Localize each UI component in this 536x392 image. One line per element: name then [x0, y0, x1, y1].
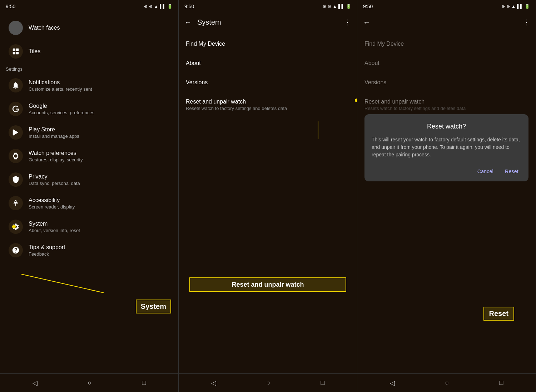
svg-rect-2 — [13, 52, 15, 54]
shield-icon — [12, 176, 20, 184]
status-time-3: 9:50 — [363, 4, 373, 9]
watch-pref-title: Watch preferences — [29, 150, 170, 156]
panel-2: 9:50 ⊕ ⊖ ▲ ▌▌ 🔋 ← System ⋮ Find My Devic… — [179, 0, 357, 392]
minus-circle-icon-3: ⊖ — [506, 4, 510, 9]
reset-button[interactable]: Reset — [502, 167, 521, 176]
about-label-2: About — [186, 60, 350, 66]
versions-item-3[interactable]: Versions — [357, 73, 536, 92]
tiles-icon-container — [9, 44, 23, 59]
google-icon — [12, 105, 20, 113]
dialog-title: Reset watch? — [372, 123, 521, 130]
tiles-item[interactable]: Tiles — [3, 40, 175, 63]
back-btn-1[interactable]: ◁ — [25, 376, 45, 390]
vibrate-icon-3: ⊕ — [501, 4, 505, 9]
home-btn-1[interactable]: ○ — [81, 376, 99, 390]
tiles-text: Tiles — [29, 48, 170, 55]
back-arrow-2[interactable]: ← — [184, 18, 192, 26]
watch-pref-sub: Gestures, display, security — [29, 157, 170, 162]
versions-item-2[interactable]: Versions — [179, 73, 357, 92]
tiles-icon — [12, 47, 20, 55]
wifi-icon-3: ▲ — [511, 4, 516, 9]
watch-face-label: Watch faces — [29, 25, 60, 31]
about-item-2[interactable]: About — [179, 54, 357, 73]
battery-icon-2: 🔋 — [346, 4, 351, 9]
watch-pref-item[interactable]: Watch preferences Gestures, display, sec… — [3, 145, 175, 167]
play-store-icon — [12, 129, 20, 136]
notifications-icon-container — [9, 78, 23, 92]
svg-rect-3 — [16, 52, 19, 54]
cancel-button[interactable]: Cancel — [475, 167, 496, 176]
status-bar-3: 9:50 ⊕ ⊖ ▲ ▌▌ 🔋 — [357, 0, 536, 13]
tiles-title: Tiles — [29, 48, 170, 55]
reset-label-2: Reset and unpair watch — [186, 99, 350, 105]
panel3-top-bar: ← ⋮ — [357, 13, 536, 31]
home-btn-2[interactable]: ○ — [259, 376, 278, 390]
reset-sub-2: Resets watch to factory settings and del… — [186, 106, 350, 111]
reset-item-3[interactable]: Reset and unpair watch Resets watch to f… — [357, 92, 536, 117]
play-store-title: Play Store — [29, 126, 170, 133]
find-my-device-label-2: Find My Device — [186, 41, 350, 47]
accessibility-icon — [12, 199, 20, 207]
wifi-icon: ▲ — [154, 4, 158, 9]
wifi-icon-2: ▲ — [333, 4, 337, 9]
panel2-content: Find My Device About Versions Reset and … — [179, 31, 357, 373]
google-title: Google — [29, 103, 170, 109]
recents-btn-3[interactable]: □ — [492, 376, 511, 390]
vibrate-icon-2: ⊕ — [323, 4, 326, 9]
google-text: Google Accounts, services, preferences — [29, 103, 170, 115]
accessibility-sub: Screen reader, display — [29, 204, 170, 210]
play-store-sub: Install and manage apps — [29, 134, 170, 139]
accessibility-icon-container — [9, 196, 23, 210]
panel1-content: Watch faces Tiles Settings Notifica — [0, 13, 178, 373]
question-icon — [12, 246, 20, 254]
google-item[interactable]: Google Accounts, services, preferences — [3, 97, 175, 120]
find-my-device-item-3[interactable]: Find My Device — [357, 34, 536, 54]
bottom-nav-3: ◁ ○ □ — [357, 373, 536, 392]
watch-faces-item[interactable]: Watch faces — [3, 16, 175, 39]
accessibility-item[interactable]: Accessibility Screen reader, display — [3, 192, 175, 215]
more-btn-2[interactable]: ⋮ — [344, 18, 351, 26]
find-my-device-label-3: Find My Device — [364, 41, 528, 47]
watch-face-avatar — [9, 21, 23, 35]
reset-dot-2 — [355, 99, 357, 102]
back-btn-2[interactable]: ◁ — [204, 376, 223, 390]
bottom-nav-1: ◁ ○ □ — [0, 373, 178, 392]
reset-item-2[interactable]: Reset and unpair watch Resets watch to f… — [179, 92, 357, 117]
more-btn-3[interactable]: ⋮ — [523, 18, 530, 26]
privacy-text: Privacy Data sync, personal data — [29, 174, 170, 186]
notifications-item[interactable]: Notifications Customize alerts, recently… — [3, 74, 175, 97]
about-label-3: About — [364, 60, 528, 66]
watch-pref-icon-container — [9, 149, 23, 163]
system-item[interactable]: System About, version info, reset — [3, 215, 175, 238]
recents-btn-1[interactable]: □ — [135, 376, 153, 390]
tips-sub: Feedback — [29, 251, 170, 257]
system-title: System — [29, 221, 170, 227]
system-dot — [12, 225, 16, 228]
status-bar-1: 9:50 ⊕ ⊖ ▲ ▌▌ 🔋 — [0, 0, 178, 13]
back-arrow-3[interactable]: ← — [363, 18, 370, 26]
svg-rect-1 — [16, 49, 19, 51]
system-sub: About, version info, reset — [29, 228, 170, 233]
about-item-3[interactable]: About — [357, 54, 536, 73]
privacy-title: Privacy — [29, 174, 170, 180]
dialog-buttons: Cancel Reset — [372, 167, 521, 176]
recents-btn-2[interactable]: □ — [314, 376, 332, 390]
notifications-text: Notifications Customize alerts, recently… — [29, 79, 170, 92]
tips-title: Tips & support — [29, 244, 170, 251]
panel-3: 9:50 ⊕ ⊖ ▲ ▌▌ 🔋 ← ⋮ Find My Device About… — [357, 0, 536, 392]
tips-item[interactable]: Tips & support Feedback — [3, 239, 175, 262]
home-btn-3[interactable]: ○ — [438, 376, 456, 390]
reset-dialog: Reset watch? This will reset your watch … — [364, 114, 528, 181]
accessibility-text: Accessibility Screen reader, display — [29, 197, 170, 210]
accessibility-title: Accessibility — [29, 197, 170, 203]
privacy-icon-container — [9, 172, 23, 187]
privacy-sub: Data sync, personal data — [29, 181, 170, 186]
play-store-item[interactable]: Play Store Install and manage apps — [3, 121, 175, 144]
privacy-item[interactable]: Privacy Data sync, personal data — [3, 168, 175, 191]
find-my-device-item-2[interactable]: Find My Device — [179, 34, 357, 54]
signal-icon-3: ▌▌ — [517, 4, 523, 9]
google-icon-container — [9, 102, 23, 116]
settings-section-label: Settings — [0, 64, 178, 73]
status-icons-3: ⊕ ⊖ ▲ ▌▌ 🔋 — [501, 4, 530, 9]
back-btn-3[interactable]: ◁ — [383, 376, 402, 390]
